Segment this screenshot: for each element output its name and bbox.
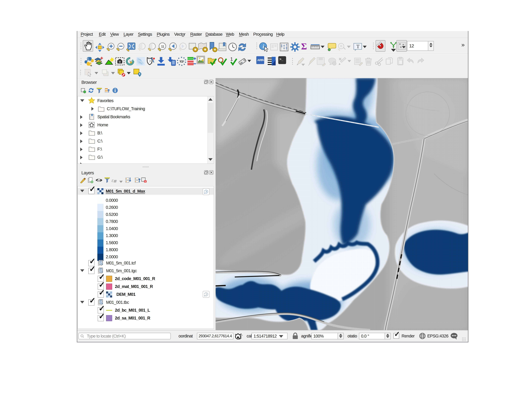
svg-text:?: ?: [205, 293, 207, 296]
svg-text:?: ?: [205, 190, 207, 193]
svg-text:1:1: 1:1: [161, 45, 164, 48]
svg-text:TCF: TCF: [179, 60, 184, 63]
svg-text:1: 1: [230, 56, 233, 62]
svg-text:T: T: [356, 43, 360, 49]
